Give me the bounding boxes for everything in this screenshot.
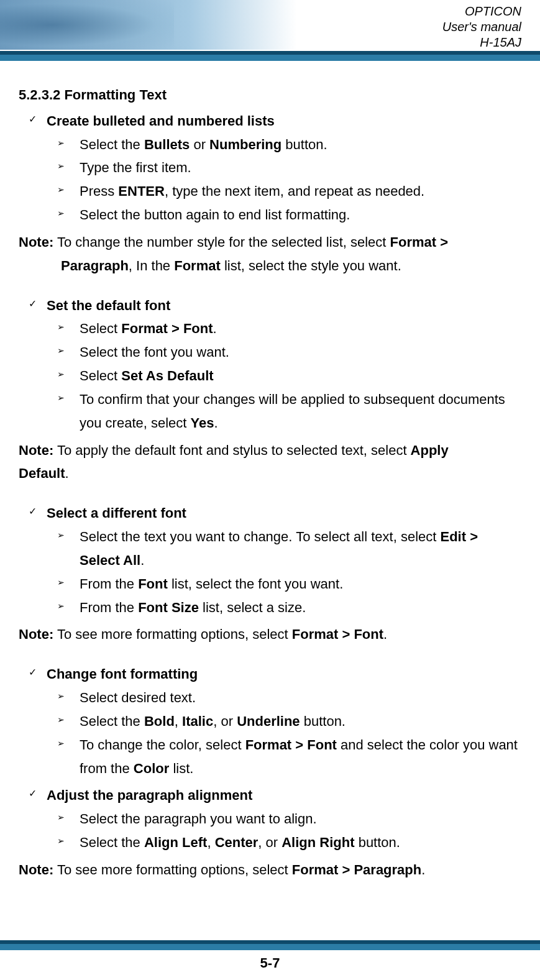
- topic-heading: Change font formatting: [19, 662, 521, 686]
- section-number: 5.2.3.2: [19, 87, 60, 103]
- note: Note: To change the number style for the…: [19, 231, 521, 254]
- header-graphic: [0, 0, 174, 50]
- list-item: To confirm that your changes will be app…: [19, 388, 521, 435]
- list-item: Select Format > Font.: [19, 317, 521, 341]
- header-line-1: OPTICON: [442, 4, 521, 19]
- list-item: Select the Align Left, Center, or Align …: [19, 831, 521, 854]
- header-line-3: H-15AJ: [442, 35, 521, 50]
- topic-heading: Set the default font: [19, 294, 521, 318]
- topic-heading: Adjust the paragraph alignment: [19, 784, 521, 807]
- note: Note: To see more formatting options, se…: [19, 858, 521, 882]
- note: Note: To apply the default font and styl…: [19, 439, 521, 462]
- list-item: Select desired text.: [19, 686, 521, 710]
- list-item: Select Set As Default: [19, 364, 521, 388]
- list-item: Select the font you want.: [19, 341, 521, 364]
- list-item: Select the button again to end list form…: [19, 203, 521, 227]
- list-item: Press ENTER, type the next item, and rep…: [19, 180, 521, 203]
- list-item: Select the Bold, Italic, or Underline bu…: [19, 710, 521, 733]
- list-item: Select the text you want to change. To s…: [19, 525, 521, 572]
- list-item: Select the paragraph you want to align.: [19, 807, 521, 831]
- list-item: From the Font list, select the font you …: [19, 572, 521, 596]
- page-footer: [0, 940, 540, 950]
- topic-heading: Select a different font: [19, 501, 521, 525]
- section-heading: 5.2.3.2 Formatting Text: [19, 83, 521, 107]
- topic-heading: Create bulleted and numbered lists: [19, 109, 521, 133]
- page-number: 5-7: [0, 955, 540, 971]
- list-item: Type the first item.: [19, 156, 521, 180]
- header-rule-light: [0, 55, 540, 61]
- list-item: To change the color, select Format > Fon…: [19, 733, 521, 781]
- note: Note: To see more formatting options, se…: [19, 623, 521, 646]
- section-title: Formatting Text: [64, 87, 167, 103]
- page-content: 5.2.3.2 Formatting Text Create bulleted …: [0, 62, 540, 882]
- note-cont: Default.: [19, 462, 521, 485]
- page-header: OPTICON User's manual H-15AJ: [0, 0, 540, 62]
- list-item: Select the Bullets or Numbering button.: [19, 133, 521, 157]
- list-item: From the Font Size list, select a size.: [19, 596, 521, 620]
- note-cont: Paragraph, In the Format list, select th…: [19, 254, 521, 278]
- header-line-2: User's manual: [442, 19, 521, 35]
- footer-rule-light: [0, 944, 540, 950]
- header-text: OPTICON User's manual H-15AJ: [442, 4, 521, 50]
